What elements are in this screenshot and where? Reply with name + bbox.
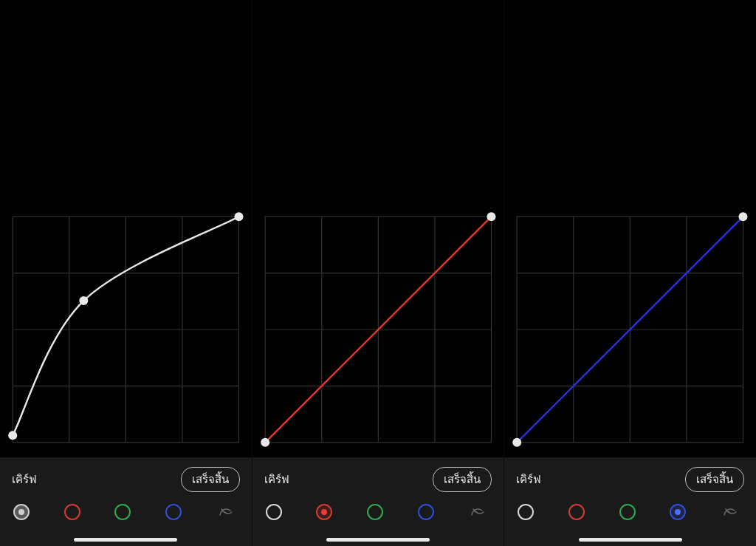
curve-grid[interactable] (260, 211, 497, 448)
toolbar: เคิร์ฟเสร็จสิ้น (252, 457, 504, 546)
channel-blue-button[interactable] (670, 504, 686, 520)
curve-editor-panel: เคิร์ฟเสร็จสิ้น (504, 0, 756, 546)
channel-red-button[interactable] (316, 504, 332, 520)
channel-white-button[interactable] (518, 504, 534, 520)
toolbar: เคิร์ฟเสร็จสิ้น (0, 457, 252, 546)
done-button[interactable]: เสร็จสิ้น (433, 467, 492, 492)
curve-editor-panel: เคิร์ฟเสร็จสิ้น (0, 0, 252, 546)
channel-blue-button[interactable] (418, 504, 434, 520)
channel-red-button[interactable] (64, 504, 80, 520)
svg-point-27 (739, 212, 748, 221)
curve-grid[interactable] (7, 211, 244, 448)
channel-green-button[interactable] (619, 504, 636, 520)
curve-label: เคิร์ฟ (264, 471, 289, 488)
svg-point-9 (234, 212, 243, 221)
curve-label: เคิร์ฟ (516, 471, 541, 488)
curve-editor-panel: เคิร์ฟเสร็จสิ้น (252, 0, 504, 546)
curve-grid[interactable] (512, 211, 749, 448)
svg-point-26 (513, 438, 522, 447)
reset-curve-icon[interactable] (721, 502, 740, 522)
home-indicator (326, 538, 430, 542)
channel-green-button[interactable] (367, 504, 383, 520)
reset-curve-icon[interactable] (468, 502, 487, 522)
channel-blue-button[interactable] (165, 504, 182, 520)
svg-point-18 (487, 212, 495, 221)
home-indicator (74, 538, 177, 542)
panels-row: เคิร์ฟเสร็จสิ้น เคิร์ฟเสร็จสิ้น เคิร์ฟเส… (0, 0, 756, 546)
channel-green-button[interactable] (114, 504, 131, 520)
toolbar: เคิร์ฟเสร็จสิ้น (504, 457, 756, 546)
done-button[interactable]: เสร็จสิ้น (181, 467, 240, 492)
channel-white-button[interactable] (13, 504, 30, 520)
curve-label: เคิร์ฟ (12, 471, 37, 488)
svg-point-8 (79, 296, 88, 305)
channel-red-button[interactable] (568, 504, 585, 520)
home-indicator (579, 538, 682, 542)
svg-point-7 (8, 431, 17, 440)
reset-curve-icon[interactable] (216, 502, 236, 522)
done-button[interactable]: เสร็จสิ้น (685, 467, 744, 492)
svg-point-17 (261, 438, 269, 447)
channel-white-button[interactable] (266, 504, 282, 520)
